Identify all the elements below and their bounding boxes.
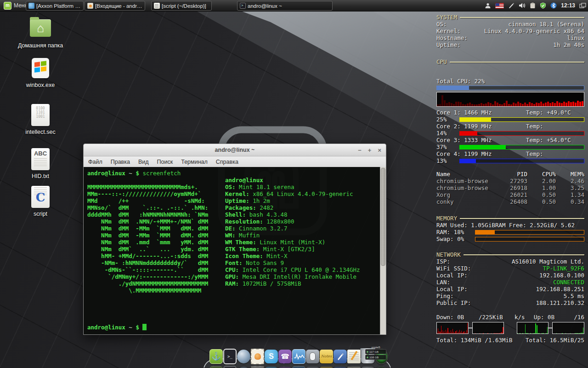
process-row: Xorg260210.501.34	[436, 191, 584, 198]
screenfetch-info: andro@linuxOS: Mint 18.1 serenaKernel: x…	[225, 177, 360, 287]
docky-anchor-icon: ⚓	[209, 367, 223, 368]
dock-item-mouse[interactable]	[306, 365, 319, 368]
dock-item-docky-anchor[interactable]: ⚓	[209, 365, 223, 368]
shield-check-icon[interactable]	[540, 2, 546, 9]
docky-anchor-icon: ⚓	[209, 349, 223, 364]
minimize-button[interactable]: −	[358, 147, 362, 154]
swap-label: Swap: 0%	[436, 236, 471, 242]
taskbar-button-gedit[interactable]: [script (~/Desktop)]	[151, 1, 212, 11]
cpu-section-header: CPU	[436, 58, 584, 65]
process-row: chromium-browse272932.002.46	[436, 178, 584, 184]
dock-item-terminal[interactable]: >_	[223, 365, 237, 368]
dock-reflection: ⚓>_S☎Notes♻	[209, 365, 388, 368]
core-bar-line: 14%	[436, 130, 584, 137]
terminal-titlebar[interactable]: andro@linux ~ − + ×	[84, 144, 386, 156]
process-row: conky264080.500.34	[436, 198, 584, 205]
paint-icon	[334, 350, 347, 363]
system-monitor-icon	[292, 349, 305, 364]
binary-file-icon: 0100 1101 1001	[27, 103, 54, 127]
workspace-switcher-icon[interactable]	[579, 3, 586, 9]
system-row: Hostname:linux	[436, 34, 584, 41]
core-info-line: Core 4: 1199 MHzTemp:	[436, 150, 584, 157]
desktop-icon-winbox-exe[interactable]: winbox.exe	[13, 56, 68, 88]
core-bar-line: 37%	[436, 144, 584, 150]
dock-item-mouse[interactable]	[306, 348, 319, 365]
terminal-menu-Поиск[interactable]: Поиск	[157, 159, 173, 165]
total-cpu-bar	[436, 86, 584, 90]
maximize-button[interactable]: +	[368, 147, 372, 154]
system-row: Kernel:Linux 4.4.0-79-generic x86_64	[436, 28, 584, 34]
taskbar-button-label: [Входящие - andro@digitec....	[95, 3, 142, 9]
terminal-menu-Терминал[interactable]: Терминал	[181, 159, 208, 165]
network-row: Local IP:192.168.0.100	[436, 272, 584, 279]
terminal-content[interactable]: andro@linux ~ $ screenfetch MMMMMMMMMMMM…	[84, 167, 386, 334]
desktop-icon-intellect-sec[interactable]: 0100 1101 1001intellect.sec	[13, 103, 68, 135]
dock-item-paint[interactable]	[334, 365, 347, 368]
desktop-icon-label: script	[13, 211, 68, 217]
volume-icon[interactable]	[519, 2, 526, 9]
terminal-window[interactable]: andro@linux ~ − + × ФайлПравкаВидПоискТе…	[83, 144, 386, 335]
dock-item-terminal[interactable]: >_	[223, 348, 237, 365]
terminal-menu-Справка[interactable]: Справка	[216, 159, 238, 165]
system-row: Uptime:1h 2m 40s	[436, 41, 584, 48]
dock-item-text-editor[interactable]	[347, 348, 361, 365]
terminal-menu-Правка[interactable]: Правка	[111, 159, 130, 165]
terminal-scrollbar[interactable]	[380, 167, 386, 334]
screenfetch-info-row: RAM: 1072MiB / 5758MiB	[225, 280, 360, 287]
process-table-header: NamePIDCPU%MEM%	[436, 171, 584, 178]
script-file-icon: C	[27, 185, 54, 209]
down-speed-graph-2	[472, 322, 504, 334]
dock-item-docky-anchor[interactable]: ⚓	[209, 348, 223, 365]
ram-label: RAM: 18%	[436, 229, 471, 236]
dock-item-system-monitor[interactable]	[292, 365, 305, 368]
dock-item-notes[interactable]: Notes	[320, 365, 333, 368]
down-speed-graph-1	[436, 322, 469, 334]
network-row: ISP:AS16010 Magticom Ltd.	[436, 258, 584, 265]
clock[interactable]: 12:13	[561, 2, 575, 9]
dock-item-radar[interactable]	[375, 365, 388, 368]
dock-item-text-editor[interactable]	[347, 365, 361, 368]
dock-item-chromium[interactable]	[237, 348, 250, 365]
dock-item-viber[interactable]: ☎	[278, 365, 292, 368]
dock-item-viber[interactable]: ☎	[278, 348, 292, 365]
claws-mail-icon	[251, 366, 264, 368]
scrollbar-thumb[interactable]	[381, 168, 385, 266]
user-icon[interactable]	[485, 2, 491, 9]
desktop-icon-hid-txt[interactable]: ABCHID.txt	[13, 147, 68, 179]
screenfetch-info-row: Packages: 2482	[225, 204, 360, 211]
pen-icon[interactable]	[508, 2, 514, 9]
windows-exe-icon	[27, 56, 54, 80]
dock-item-system-monitor[interactable]	[292, 348, 305, 365]
close-button[interactable]: ×	[378, 147, 381, 154]
dock-widget-row: 108 GB	[365, 355, 386, 360]
up-speed-graph-2	[552, 322, 584, 334]
dock-item-skype[interactable]: S	[265, 348, 278, 365]
us-flag-icon[interactable]	[495, 3, 504, 9]
dock-item-trash[interactable]: ♻	[361, 365, 374, 368]
traffic-labels: Down: 0B/225KiBk/sUp: 0B/16	[436, 314, 584, 321]
dock-item-paint[interactable]	[334, 348, 347, 365]
taskbar-button-axxon[interactable]: [Axxon Platform Calculator - ...	[26, 1, 84, 11]
dock-item-chromium[interactable]	[237, 365, 250, 368]
viber-icon: ☎	[278, 350, 292, 363]
terminal-menu-Вид[interactable]: Вид	[138, 159, 149, 165]
taskbar-button-mail[interactable]: [Входящие - andro@digitec....	[85, 1, 145, 11]
taskbar-button-label: [script (~/Desktop)]	[162, 3, 206, 9]
screenfetch-ascii-art: MMMMMMMMMMMMMMMMMMMMMMMMMMMmds+. MMm----…	[87, 184, 208, 294]
home-folder-icon: ⌂	[27, 17, 54, 40]
desktop-icon--[interactable]: ⌂Домашняя папка	[13, 17, 68, 49]
dock-item-notes[interactable]: Notes	[320, 348, 333, 365]
up-speed-graph-1	[517, 322, 549, 334]
core-info-line: Core 2: 1199 MHzTemp:	[436, 123, 584, 130]
network-graphs	[436, 322, 584, 334]
system-tray: 12:13	[485, 0, 586, 11]
terminal-menu-Файл[interactable]: Файл	[88, 159, 102, 165]
clipboard-icon[interactable]	[530, 2, 536, 9]
dock-item-skype[interactable]: S	[265, 365, 278, 368]
gedit-icon	[154, 3, 160, 9]
dock-item-claws-mail[interactable]	[251, 348, 264, 365]
desktop-icon-script[interactable]: Cscript	[13, 185, 68, 217]
dock-item-claws-mail[interactable]	[251, 365, 264, 368]
taskbar-button-terminal[interactable]: andro@linux ~	[237, 1, 333, 11]
bluetooth-icon[interactable]	[550, 2, 557, 9]
